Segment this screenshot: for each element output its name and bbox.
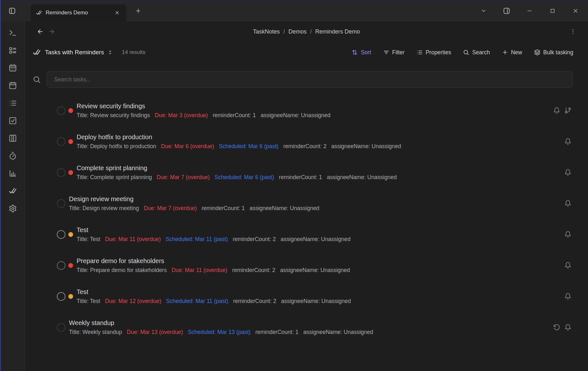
ribbon-list-button[interactable] [6, 97, 19, 110]
task-row[interactable]: Complete sprint planningTitle: Complete … [57, 160, 571, 185]
tab-title: Reminders Demo [46, 10, 113, 16]
left-sidebar-toggle-button[interactable] [6, 4, 19, 17]
ribbon-terminal-button[interactable] [6, 26, 19, 39]
ribbon-settings-button[interactable] [6, 202, 19, 215]
tasknotes-icon [9, 187, 17, 195]
task-row[interactable]: Review security findingsTitle: Review se… [57, 98, 571, 123]
ribbon-calendar-button[interactable] [6, 79, 19, 92]
search-input[interactable] [47, 71, 573, 88]
breadcrumb-item[interactable]: TaskNotes [253, 28, 280, 35]
bell-icon[interactable] [553, 107, 560, 114]
forward-button[interactable] [46, 26, 57, 37]
task-checkbox[interactable] [57, 230, 65, 239]
breadcrumb-item[interactable]: Demos [288, 28, 306, 35]
task-checkbox[interactable] [57, 168, 65, 177]
toolbar-action-label: Sort [361, 49, 371, 56]
bell-icon[interactable] [564, 138, 571, 145]
task-meta: Title: TestDue: Mar 12 (overdue)Schedule… [77, 298, 351, 305]
ribbon-bar-chart-button[interactable] [6, 167, 19, 180]
new-tab-button[interactable] [133, 5, 144, 16]
meta-overdue: Due: Mar 13 (overdue) [127, 329, 183, 336]
toolbar-action-label: Properties [426, 49, 451, 56]
meta-overdue: Due: Mar 7 (overdue) [144, 205, 197, 212]
task-content: Complete sprint planningTitle: Complete … [77, 164, 397, 181]
task-indicators [564, 169, 571, 176]
main-pane: TaskNotes/Demos/Reminders Demo Tasks wit… [25, 21, 588, 371]
bell-icon[interactable] [564, 200, 571, 207]
toolbar-action-label: Bulk tasking [543, 49, 573, 56]
meta-scheduled: Scheduled: Mar 13 (past) [188, 329, 251, 336]
breadcrumb-item[interactable]: Reminders Demo [315, 28, 360, 35]
priority-dot [68, 170, 73, 175]
task-checkbox[interactable] [57, 261, 65, 270]
search-icon [33, 75, 41, 84]
task-row[interactable]: Deploy hotfix to productionTitle: Deploy… [57, 129, 571, 154]
task-row[interactable]: Design review meetingTitle: Design revie… [57, 191, 571, 216]
meta-overdue: Due: Mar 3 (overdue) [155, 112, 208, 119]
git-branch-icon[interactable] [564, 107, 571, 114]
task-indicators [564, 138, 571, 145]
more-vertical-icon [570, 28, 576, 35]
task-content: Weekly standupTitle: Weekly standupDue: … [69, 319, 373, 336]
task-checkbox[interactable] [57, 106, 65, 115]
task-row[interactable]: TestTitle: TestDue: Mar 11 (overdue)Sche… [57, 222, 571, 247]
maximize-button[interactable] [548, 7, 557, 15]
task-title: Review security findings [77, 102, 330, 110]
new-button[interactable]: New [502, 49, 522, 56]
bell-icon[interactable] [564, 324, 571, 331]
sort-button[interactable]: Sort [351, 49, 371, 56]
task-content: TestTitle: TestDue: Mar 12 (overdue)Sche… [77, 288, 351, 305]
toolbar-action-label: Search [472, 49, 490, 56]
search-icon [463, 49, 469, 56]
more-options-button[interactable] [568, 26, 578, 37]
meta-plain: reminderCount: 2 [233, 298, 276, 305]
meta-plain: assigneeName: Unassigned [327, 174, 397, 181]
task-checkbox[interactable] [57, 292, 65, 301]
task-checkbox[interactable] [57, 323, 65, 332]
meta-plain: reminderCount: 2 [233, 236, 276, 243]
back-button[interactable] [34, 26, 46, 37]
minimize-button[interactable] [525, 7, 534, 15]
ribbon-columns-button[interactable] [6, 132, 19, 145]
view-toolbar: Tasks with Reminders 14 results SortFilt… [25, 42, 588, 63]
tab-close-button[interactable] [113, 9, 121, 17]
ribbon-layout-list-button[interactable] [6, 44, 19, 57]
meta-plain: Title: Review security findings [77, 112, 150, 119]
plus-icon [135, 8, 141, 14]
view-selector-button[interactable] [107, 49, 113, 55]
task-meta: Title: Complete sprint planningDue: Mar … [77, 174, 397, 181]
meta-plain: reminderCount: 1 [279, 174, 322, 181]
task-row[interactable]: TestTitle: TestDue: Mar 12 (overdue)Sche… [57, 284, 571, 309]
bell-icon[interactable] [564, 262, 571, 269]
bulk-tasking-button[interactable]: Bulk tasking [534, 49, 573, 56]
task-checkbox[interactable] [57, 137, 65, 146]
ribbon-timer-button[interactable] [6, 149, 19, 162]
task-checkbox[interactable] [57, 199, 65, 208]
app-window: Reminders Demo [0, 0, 588, 371]
meta-plain: assigneeName: Unassigned [260, 112, 330, 119]
bell-icon[interactable] [564, 293, 571, 300]
tab-list-dropdown-button[interactable] [479, 7, 488, 15]
ribbon-calendar-days-button[interactable] [6, 62, 19, 74]
meta-plain: Title: Deploy hotfix to production [77, 143, 156, 150]
meta-plain: reminderCount: 1 [213, 112, 256, 119]
bell-icon[interactable] [564, 231, 571, 238]
ribbon-tasknotes-button[interactable] [6, 185, 19, 197]
task-row[interactable]: Weekly standupTitle: Weekly standupDue: … [57, 315, 571, 340]
close-window-button[interactable] [571, 7, 580, 15]
filter-button[interactable]: Filter [383, 49, 405, 56]
task-meta: Title: Weekly standupDue: Mar 13 (overdu… [69, 329, 373, 336]
task-indicators [553, 107, 571, 114]
priority-dot [68, 294, 73, 299]
task-title: Test [77, 226, 351, 234]
search-button[interactable]: Search [463, 49, 490, 56]
rotate-ccw-icon[interactable] [553, 324, 560, 331]
task-row[interactable]: Prepare demo for stakeholdersTitle: Prep… [57, 253, 571, 278]
task-content: Deploy hotfix to productionTitle: Deploy… [77, 133, 401, 150]
right-sidebar-toggle-button[interactable] [502, 7, 511, 15]
tab-reminders-demo[interactable]: Reminders Demo [31, 4, 126, 21]
ribbon-check-square-button[interactable] [6, 114, 19, 127]
meta-plain: reminderCount: 2 [283, 143, 326, 150]
bell-icon[interactable] [564, 169, 571, 176]
properties-button[interactable]: Properties [416, 49, 451, 56]
